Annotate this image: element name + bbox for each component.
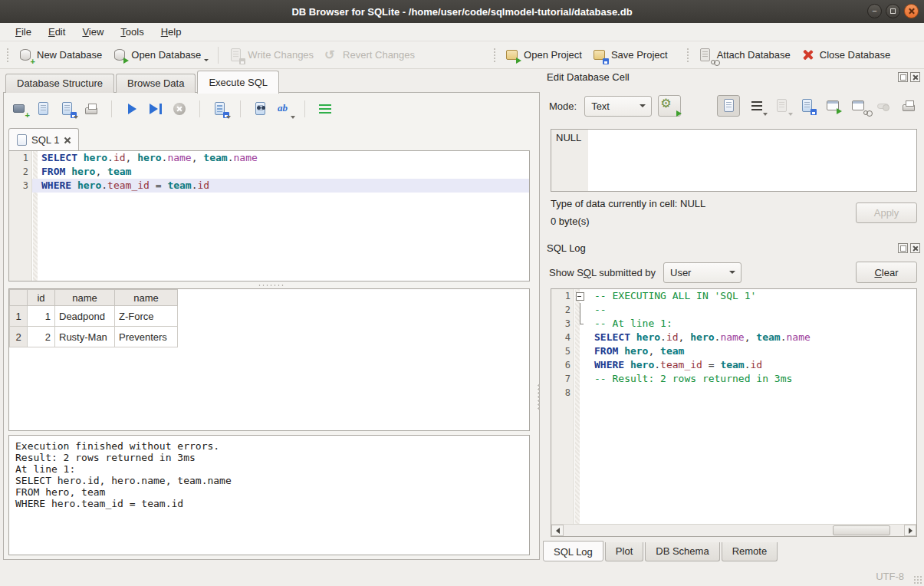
fold-marker-icon[interactable] [574, 289, 585, 303]
resize-grip[interactable] [913, 575, 922, 584]
editor-code-area[interactable]: 1SELECT hero.id, hero.name, team.name2FR… [9, 151, 529, 193]
revert-changes-button[interactable]: ↺ Revert Changes [318, 44, 419, 67]
format-sql-icon[interactable] [317, 100, 334, 117]
row-number-cell[interactable]: 2 [10, 327, 28, 347]
results-cell[interactable]: Deadpond [55, 306, 115, 327]
float-panel-icon[interactable] [898, 243, 908, 253]
results-table[interactable]: idnamename11DeadpondZ-Force22Rusty-ManPr… [9, 289, 178, 347]
tab-db-schema[interactable]: DB Schema [645, 542, 719, 561]
maximize-button[interactable] [886, 4, 900, 18]
execution-message-box[interactable]: Execution finished without errors. Resul… [8, 435, 530, 555]
results-cell[interactable]: 1 [28, 306, 55, 327]
tab-database-structure[interactable]: Database Structure [5, 74, 114, 93]
close-panel-icon[interactable] [910, 243, 920, 253]
row-number-cell[interactable]: 1 [10, 306, 28, 327]
float-panel-icon[interactable] [898, 72, 908, 82]
toolbar-drag-handle[interactable] [686, 48, 689, 63]
execute-current-line-icon[interactable] [147, 100, 164, 117]
editor-results-splitter[interactable] [4, 283, 539, 288]
save-project-button[interactable]: Save Project [587, 44, 672, 67]
title-bar[interactable]: DB Browser for SQLite - /home/user/code/… [0, 0, 924, 23]
tab-browse-data[interactable]: Browse Data [116, 74, 196, 93]
results-row[interactable]: 22Rusty-ManPreventers [10, 327, 178, 347]
code-line-text: -- EXECUTING ALL IN 'SQL 1' [585, 289, 916, 303]
tab-execute-sql[interactable]: Execute SQL [197, 71, 279, 94]
results-column-header[interactable]: name [55, 290, 115, 306]
open-database-dropdown-icon[interactable] [204, 59, 209, 61]
text-mode-button[interactable] [717, 95, 740, 117]
find-icon[interactable] [252, 100, 269, 117]
results-corner-header[interactable] [10, 290, 28, 306]
log-line: 3-- At line 1: [551, 317, 916, 331]
toolbar-drag-handle[interactable] [6, 48, 9, 63]
sql-1-tab[interactable]: SQL 1 [8, 128, 79, 150]
submitter-combobox[interactable]: User [663, 262, 742, 283]
copy-link-icon[interactable] [850, 97, 866, 114]
filter-label: Show SQL submitted by [549, 267, 656, 278]
scrollbar-thumb[interactable] [833, 525, 890, 535]
execute-sql-icon[interactable] [123, 100, 140, 117]
window-title: DB Browser for SQLite - /home/user/code/… [291, 6, 632, 18]
auto-complete-icon[interactable]: ab [276, 100, 293, 117]
results-column-header[interactable]: name [115, 290, 178, 306]
stop-execution-icon[interactable] [171, 100, 188, 117]
text-document-icon [720, 97, 737, 114]
mode-combobox[interactable]: Text [584, 96, 652, 117]
print-sql-icon[interactable] [83, 100, 100, 117]
close-panel-icon[interactable] [910, 72, 920, 82]
minimize-button[interactable]: − [867, 4, 882, 18]
results-cell[interactable]: Preventers [115, 327, 178, 347]
import-data-icon[interactable] [774, 97, 791, 114]
edit-cell-panel-title: Edit Database Cell [547, 71, 630, 83]
code-line-text: WHERE hero.team_id = team.id [585, 358, 916, 372]
open-database-icon [111, 47, 128, 64]
clear-button[interactable]: Clear [856, 262, 917, 283]
tab-plot[interactable]: Plot [605, 542, 643, 561]
scroll-right-icon[interactable] [904, 525, 916, 536]
open-sql-file-icon[interactable] [35, 100, 52, 117]
results-area[interactable]: idnamename11DeadpondZ-Force22Rusty-ManPr… [8, 288, 530, 431]
new-sql-tab-icon[interactable]: + [12, 100, 28, 117]
results-cell[interactable]: 2 [28, 327, 55, 347]
results-cell[interactable]: Rusty-Man [55, 327, 115, 347]
attach-database-button[interactable]: Attach Database [692, 44, 795, 67]
tab-sql-log[interactable]: SQL Log [543, 541, 603, 561]
close-database-button[interactable]: Close Database [795, 44, 896, 67]
set-null-icon[interactable] [875, 97, 892, 114]
results-row[interactable]: 11DeadpondZ-Force [10, 306, 178, 327]
close-sql-tab-icon[interactable] [64, 137, 71, 143]
save-results-icon[interactable] [212, 100, 229, 117]
save-sql-file-icon[interactable] [59, 100, 76, 117]
open-external-icon[interactable] [824, 97, 841, 114]
apply-button[interactable]: Apply [856, 202, 917, 223]
menu-item-tools[interactable]: Tools [113, 25, 151, 39]
mode-value: Text [591, 100, 634, 112]
sql-editor[interactable]: 1SELECT hero.id, hero.name, team.name2FR… [8, 150, 530, 281]
menu-item-edit[interactable]: Edit [41, 25, 73, 39]
sql-log-view[interactable]: 1-- EXECUTING ALL IN 'SQL 1'2--3-- At li… [551, 288, 917, 537]
auto-apply-button[interactable]: ⚙ [658, 95, 681, 117]
results-column-header[interactable]: id [28, 290, 55, 306]
menu-item-view[interactable]: View [74, 25, 111, 39]
tab-remote[interactable]: Remote [722, 542, 778, 561]
export-data-icon[interactable] [799, 97, 816, 114]
line-number: 1 [551, 289, 574, 303]
vertical-pane-splitter[interactable] [537, 384, 541, 410]
log-horizontal-scrollbar[interactable] [551, 524, 916, 536]
scroll-left-icon[interactable] [551, 525, 564, 536]
write-changes-button[interactable]: Write Changes [223, 44, 318, 67]
open-project-button[interactable]: Open Project [499, 44, 587, 67]
close-button[interactable] [904, 4, 919, 18]
execution-message-text: Execution finished without errors. Resul… [15, 440, 523, 509]
open-database-button[interactable]: Open Database [107, 44, 213, 67]
results-cell[interactable]: Z-Force [115, 306, 178, 327]
toolbar-drag-handle[interactable] [493, 48, 496, 63]
menu-item-help[interactable]: Help [153, 25, 189, 39]
word-wrap-icon[interactable] [748, 97, 765, 114]
cell-value-editor[interactable]: NULL [551, 129, 917, 192]
print-cell-icon[interactable] [900, 97, 917, 114]
close-icon [908, 8, 915, 15]
new-database-button[interactable]: + New Database [12, 44, 107, 67]
menu-item-file[interactable]: File [8, 25, 39, 39]
line-number: 2 [551, 303, 574, 317]
